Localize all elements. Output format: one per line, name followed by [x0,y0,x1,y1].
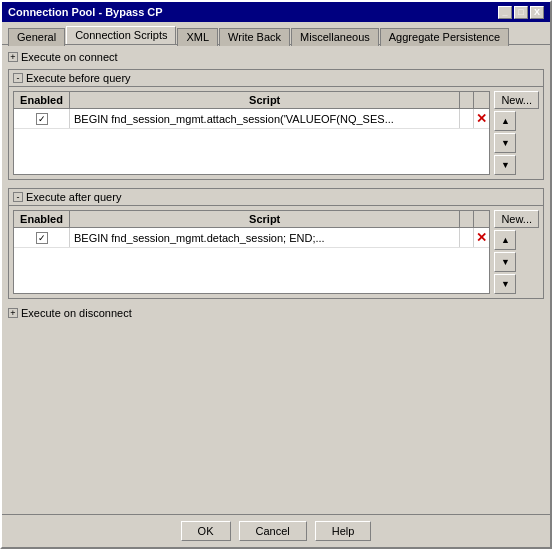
execute-before-query-label: Execute before query [26,72,131,84]
before-query-table-header: Enabled Script [14,92,489,109]
cancel-button[interactable]: Cancel [239,521,307,541]
before-query-table: Enabled Script ✓ BEGIN fnd_session_mgmt.… [13,91,490,175]
before-query-delete-0[interactable]: ✕ [473,109,489,128]
tab-xml[interactable]: XML [177,28,218,46]
before-query-script-0: BEGIN fnd_session_mgmt.attach_session('V… [70,113,459,125]
after-query-col-del [473,211,489,227]
main-window: Connection Pool - Bypass CP _ □ X Genera… [0,0,552,549]
execute-after-query-expand[interactable]: - [13,192,23,202]
execute-after-query-content: Enabled Script ✓ BEGIN fnd_session_mgmt.… [9,206,543,298]
title-bar: Connection Pool - Bypass CP _ □ X [2,2,550,22]
before-query-checkbox-0[interactable]: ✓ [36,113,48,125]
before-query-side-controls: New... ▲ ▼ ▼ [494,91,539,175]
content-area: + Execute on connect - Execute before qu… [2,44,550,514]
after-query-delete-icon-0[interactable]: ✕ [475,231,489,245]
before-query-col-script: Script [70,92,459,108]
before-query-down-button[interactable]: ▼ [494,133,516,153]
execute-on-connect-section: + Execute on connect [8,51,544,63]
execute-after-query-header: - Execute after query [9,189,543,206]
before-query-col-del [473,92,489,108]
after-query-enabled-0[interactable]: ✓ [14,228,70,247]
after-query-col-script: Script [70,211,459,227]
after-query-x-icon-0: ✕ [476,230,487,245]
after-query-row-0: ✓ BEGIN fnd_session_mgmt.detach_session;… [14,228,489,248]
after-query-table: Enabled Script ✓ BEGIN fnd_session_mgmt.… [13,210,490,294]
execute-before-query-expand[interactable]: - [13,73,23,83]
before-query-col-extra [459,92,473,108]
execute-after-query-label: Execute after query [26,191,121,203]
execute-before-query-group: - Execute before query Enabled Script ✓ [8,69,544,180]
bottom-bar: OK Cancel Help [2,514,550,547]
after-query-checkbox-0[interactable]: ✓ [36,232,48,244]
after-query-delete-0[interactable]: ✕ [473,228,489,247]
window-title: Connection Pool - Bypass CP [8,6,163,18]
execute-on-connect-label: Execute on connect [21,51,118,63]
tab-write-back[interactable]: Write Back [219,28,290,46]
maximize-button[interactable]: □ [514,6,528,19]
tab-connection-scripts[interactable]: Connection Scripts [66,26,176,44]
after-query-col-enabled: Enabled [14,211,70,227]
execute-on-connect-header: + Execute on connect [8,51,544,63]
before-query-enabled-0[interactable]: ✓ [14,109,70,128]
after-query-col-extra [459,211,473,227]
close-button[interactable]: X [530,6,544,19]
tabs-bar: General Connection Scripts XML Write Bac… [2,22,550,44]
execute-on-disconnect-header: + Execute on disconnect [8,307,544,319]
before-query-up-button[interactable]: ▲ [494,111,516,131]
execute-on-connect-expand[interactable]: + [8,52,18,62]
after-query-script-0: BEGIN fnd_session_mgmt.detach_session; E… [70,232,459,244]
tab-aggregate-persistence[interactable]: Aggregate Persistence [380,28,509,46]
after-query-new-button[interactable]: New... [494,210,539,228]
after-query-down-button[interactable]: ▼ [494,252,516,272]
execute-before-query-content: Enabled Script ✓ BEGIN fnd_session_mgmt.… [9,87,543,179]
title-bar-buttons: _ □ X [498,6,544,19]
before-query-extra-0 [459,109,473,128]
execute-on-disconnect-expand[interactable]: + [8,308,18,318]
tab-general[interactable]: General [8,28,65,46]
before-query-x-icon-0: ✕ [476,111,487,126]
before-query-col-enabled: Enabled [14,92,70,108]
before-query-delete-icon-0[interactable]: ✕ [475,112,489,126]
tab-miscellaneous[interactable]: Miscellaneous [291,28,379,46]
after-query-down2-button[interactable]: ▼ [494,274,516,294]
execute-on-disconnect-label: Execute on disconnect [21,307,132,319]
before-query-row-0: ✓ BEGIN fnd_session_mgmt.attach_session(… [14,109,489,129]
execute-before-query-header: - Execute before query [9,70,543,87]
minimize-button[interactable]: _ [498,6,512,19]
before-query-down2-button[interactable]: ▼ [494,155,516,175]
after-query-up-button[interactable]: ▲ [494,230,516,250]
help-button[interactable]: Help [315,521,372,541]
after-query-table-header: Enabled Script [14,211,489,228]
execute-on-disconnect-section: + Execute on disconnect [8,307,544,319]
execute-after-query-group: - Execute after query Enabled Script ✓ [8,188,544,299]
after-query-side-controls: New... ▲ ▼ ▼ [494,210,539,294]
ok-button[interactable]: OK [181,521,231,541]
before-query-new-button[interactable]: New... [494,91,539,109]
after-query-extra-0 [459,228,473,247]
